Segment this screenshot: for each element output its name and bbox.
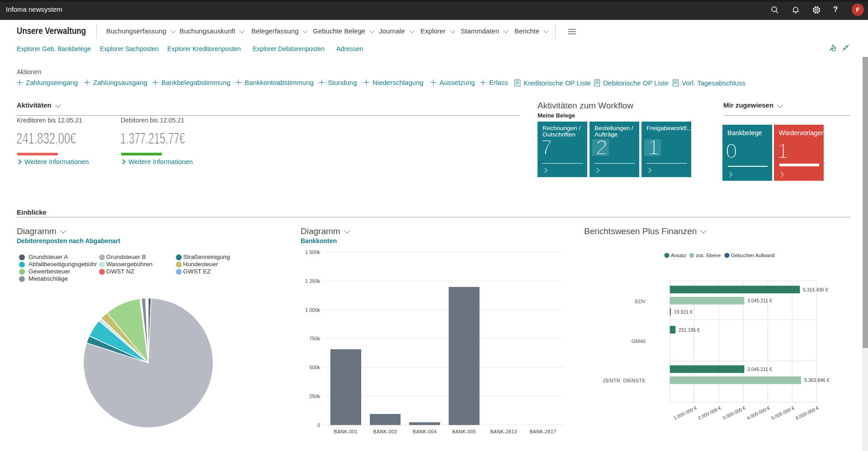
svg-text:3.045.211 €: 3.045.211 € bbox=[747, 298, 772, 303]
svg-text:750k: 750k bbox=[309, 336, 320, 341]
svg-text:5.315.436 €: 5.315.436 € bbox=[803, 287, 828, 292]
svg-text:zus. Ebene: zus. Ebene bbox=[696, 253, 721, 258]
svg-text:4.000.000 €: 4.000.000 € bbox=[746, 405, 771, 421]
svg-text:1 000k: 1 000k bbox=[305, 307, 321, 313]
svg-text:2.000.000 €: 2.000.000 € bbox=[697, 405, 722, 421]
svg-text:1 500k: 1 500k bbox=[305, 249, 321, 255]
svg-text:6.000.000 €: 6.000.000 € bbox=[795, 405, 820, 421]
svg-text:1.000.000 €: 1.000.000 € bbox=[673, 405, 698, 421]
svg-text:5.363.846 €: 5.363.846 € bbox=[804, 377, 830, 383]
svg-text:BANK-004: BANK-004 bbox=[413, 429, 437, 434]
svg-text:5.000.000 €: 5.000.000 € bbox=[770, 405, 795, 421]
svg-text:BANK-005: BANK-005 bbox=[452, 429, 476, 434]
svg-text:ZENTR. DIENSTE: ZENTR. DIENSTE bbox=[603, 378, 646, 383]
svg-text:Ansatz: Ansatz bbox=[671, 253, 686, 258]
svg-text:231.195 €: 231.195 € bbox=[679, 327, 700, 333]
svg-text:BANK-2817: BANK-2817 bbox=[529, 429, 556, 434]
svg-text:3.000.000 €: 3.000.000 € bbox=[722, 405, 746, 421]
svg-text:EDV: EDV bbox=[635, 299, 646, 304]
svg-text:BANK-002: BANK-002 bbox=[373, 429, 397, 434]
svg-text:250k: 250k bbox=[309, 394, 320, 399]
svg-text:BANK-001: BANK-001 bbox=[334, 429, 358, 434]
svg-text:GM40: GM40 bbox=[632, 338, 646, 344]
svg-text:500k: 500k bbox=[309, 365, 320, 370]
svg-text:0: 0 bbox=[317, 423, 320, 428]
svg-text:Gebuchter Aufwand: Gebuchter Aufwand bbox=[731, 253, 775, 258]
svg-text:BANK-2813: BANK-2813 bbox=[490, 429, 517, 434]
svg-text:3.045.211 €: 3.045.211 € bbox=[747, 366, 772, 372]
svg-text:19.921 €: 19.921 € bbox=[674, 309, 693, 315]
svg-text:1 250k: 1 250k bbox=[305, 278, 321, 284]
